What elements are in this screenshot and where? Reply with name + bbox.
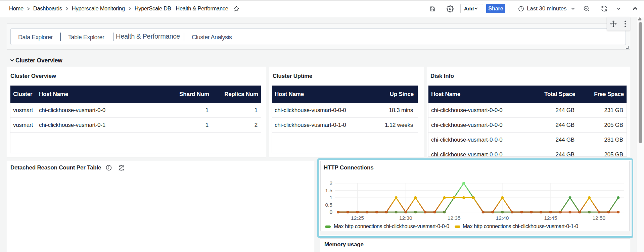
svg-text:0.5: 0.5	[325, 202, 332, 208]
svg-text:12:45: 12:45	[544, 215, 557, 221]
svg-text:12:35: 12:35	[448, 215, 461, 221]
svg-text:0: 0	[329, 209, 332, 215]
svg-text:2: 2	[329, 180, 332, 186]
svg-text:1.5: 1.5	[325, 188, 332, 193]
svg-text:12:30: 12:30	[399, 215, 412, 221]
svg-text:1: 1	[329, 195, 332, 200]
svg-text:12:25: 12:25	[351, 215, 364, 221]
svg-text:12:40: 12:40	[496, 215, 509, 221]
svg-text:12:50: 12:50	[592, 215, 605, 221]
